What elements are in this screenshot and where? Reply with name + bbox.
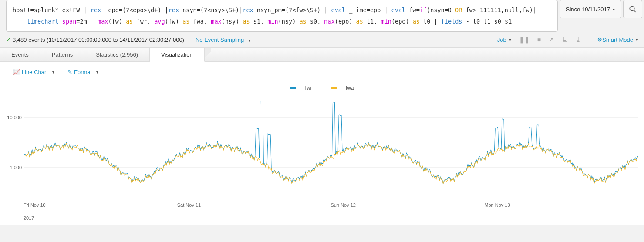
download-icon[interactable]: ⤓: [576, 36, 581, 43]
y-tick-label: 10,000: [7, 115, 22, 120]
chevron-down-icon: ▾: [52, 70, 54, 74]
x-tick-label: Mon Nov 13: [484, 202, 510, 208]
tab-visualization[interactable]: Visualization: [150, 48, 205, 62]
chart: fwr fwa 1,00010,000 Fri Nov 10Sat Nov 11…: [0, 75, 644, 225]
chart-type-picker[interactable]: 📈 Line Chart ▾: [13, 69, 54, 75]
tab-events[interactable]: Events: [0, 48, 40, 61]
pause-icon[interactable]: ❚❚: [519, 36, 529, 43]
swatch-icon: [290, 87, 296, 89]
tab-divider: [205, 48, 211, 61]
lightbulb-icon: ❋: [597, 37, 602, 43]
swatch-icon: [331, 87, 337, 89]
search-button[interactable]: [623, 0, 642, 18]
svg-line-1: [634, 10, 636, 12]
x-tick-label: Fri Nov 10: [24, 202, 46, 208]
svg-point-0: [630, 6, 634, 11]
result-tabs: Events Patterns Statistics (2,956) Visua…: [0, 47, 644, 62]
legend-entry-fwr[interactable]: fwr: [286, 85, 316, 91]
print-icon[interactable]: 🖶: [562, 36, 568, 43]
x-tick-label: Sun Nov 12: [331, 202, 356, 208]
job-menu[interactable]: Job ▾: [497, 37, 511, 43]
y-axis: 1,00010,000: [3, 94, 22, 194]
x-axis-year: 2017: [24, 215, 642, 221]
brush-icon: ✎: [67, 69, 72, 75]
chevron-down-icon: ▾: [613, 7, 615, 12]
chevron-down-icon: ▾: [96, 70, 98, 74]
format-menu[interactable]: ✎ Format ▾: [67, 69, 98, 75]
share-icon[interactable]: ↗: [549, 36, 554, 43]
chart-plot: [24, 94, 638, 194]
search-icon: [629, 5, 637, 13]
chevron-down-icon: ▾: [636, 37, 638, 42]
y-tick-label: 1,000: [10, 165, 22, 170]
time-range-picker[interactable]: Since 10/11/2017 ▾: [560, 0, 621, 18]
chevron-down-icon: ▾: [509, 37, 511, 42]
legend-entry-fwa[interactable]: fwa: [327, 85, 358, 91]
search-query-editor[interactable]: host!=splunk* extFW | rex epo=(?<epo>\d+…: [6, 0, 558, 32]
tab-statistics[interactable]: Statistics (2,956): [84, 48, 150, 61]
check-icon: ✓: [6, 37, 11, 43]
x-tick-label: Sat Nov 11: [177, 202, 201, 208]
stop-icon[interactable]: ■: [537, 36, 541, 43]
chevron-down-icon: ▾: [248, 38, 250, 43]
tab-patterns[interactable]: Patterns: [40, 48, 84, 61]
chart-legend: fwr fwa: [2, 84, 642, 91]
event-sampling-dropdown[interactable]: No Event Sampling ▾: [196, 37, 250, 43]
time-range-label: Since 10/11/2017: [566, 6, 610, 13]
search-mode-dropdown[interactable]: ❋ Smart Mode ▾: [597, 37, 638, 43]
line-chart-icon: 📈: [13, 69, 20, 75]
x-axis: Fri Nov 10Sat Nov 11Sun Nov 12Mon Nov 13: [24, 202, 638, 215]
events-count-text: 3,489 events (10/11/2017 00:00:00.000 to…: [13, 37, 184, 43]
